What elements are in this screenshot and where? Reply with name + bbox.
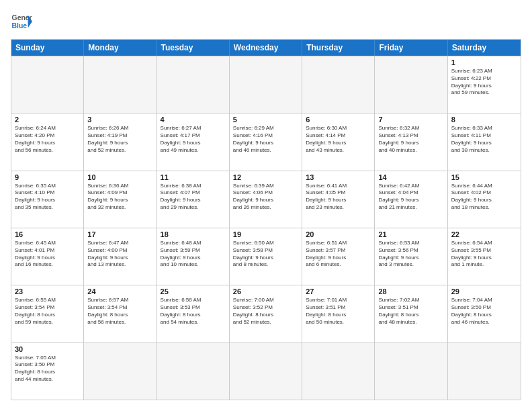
day-number: 25: [161, 287, 226, 295]
calendar-cell-r2-c0: 9Sunrise: 6:35 AM Sunset: 4:10 PM Daylig…: [11, 171, 84, 228]
day-info: Sunrise: 7:02 AM Sunset: 3:51 PM Dayligh…: [378, 297, 443, 326]
calendar-cell-r3-c6: 22Sunrise: 6:54 AM Sunset: 3:55 PM Dayli…: [448, 228, 521, 285]
header: General Blue: [11, 11, 521, 32]
calendar-cell-r1-c5: 7Sunrise: 6:32 AM Sunset: 4:13 PM Daylig…: [375, 113, 447, 170]
day-number: 26: [233, 287, 298, 295]
day-info: Sunrise: 6:47 AM Sunset: 4:00 PM Dayligh…: [87, 240, 152, 269]
calendar-cell-r1-c3: 5Sunrise: 6:29 AM Sunset: 4:16 PM Daylig…: [230, 113, 302, 170]
calendar: SundayMondayTuesdayWednesdayThursdayFrid…: [11, 39, 521, 400]
day-info: Sunrise: 6:29 AM Sunset: 4:16 PM Dayligh…: [233, 125, 298, 154]
day-info: Sunrise: 6:50 AM Sunset: 3:58 PM Dayligh…: [233, 240, 298, 269]
day-number: 17: [87, 230, 152, 238]
calendar-row-3: 16Sunrise: 6:45 AM Sunset: 4:01 PM Dayli…: [11, 228, 521, 285]
calendar-row-1: 2Sunrise: 6:24 AM Sunset: 4:20 PM Daylig…: [11, 113, 521, 170]
day-info: Sunrise: 7:05 AM Sunset: 3:50 PM Dayligh…: [15, 355, 80, 383]
day-number: 24: [87, 287, 152, 295]
day-info: Sunrise: 6:42 AM Sunset: 4:04 PM Dayligh…: [378, 183, 443, 212]
calendar-cell-r0-c6: 1Sunrise: 6:23 AM Sunset: 4:22 PM Daylig…: [448, 56, 521, 113]
day-info: Sunrise: 6:55 AM Sunset: 3:54 PM Dayligh…: [15, 297, 80, 326]
calendar-cell-r3-c4: 20Sunrise: 6:51 AM Sunset: 3:57 PM Dayli…: [302, 228, 375, 285]
calendar-cell-r2-c6: 15Sunrise: 6:44 AM Sunset: 4:02 PM Dayli…: [448, 171, 521, 228]
day-number: 18: [161, 230, 226, 238]
day-info: Sunrise: 6:39 AM Sunset: 4:06 PM Dayligh…: [233, 183, 298, 212]
day-number: 12: [233, 173, 298, 181]
calendar-cell-r2-c5: 14Sunrise: 6:42 AM Sunset: 4:04 PM Dayli…: [375, 171, 447, 228]
calendar-row-2: 9Sunrise: 6:35 AM Sunset: 4:10 PM Daylig…: [11, 171, 521, 228]
weekday-header-monday: Monday: [84, 40, 157, 56]
day-info: Sunrise: 6:57 AM Sunset: 3:54 PM Dayligh…: [87, 297, 152, 326]
day-info: Sunrise: 6:30 AM Sunset: 4:14 PM Dayligh…: [306, 125, 371, 154]
day-number: 23: [15, 287, 80, 295]
day-number: 2: [15, 116, 80, 124]
day-info: Sunrise: 6:32 AM Sunset: 4:13 PM Dayligh…: [378, 125, 443, 154]
day-info: Sunrise: 6:58 AM Sunset: 3:53 PM Dayligh…: [161, 297, 226, 326]
weekday-header-thursday: Thursday: [302, 40, 375, 56]
day-number: 22: [451, 230, 517, 238]
day-number: 8: [451, 116, 517, 124]
day-info: Sunrise: 6:54 AM Sunset: 3:55 PM Dayligh…: [451, 240, 517, 269]
calendar-cell-r0-c4: [302, 56, 375, 113]
calendar-cell-r2-c2: 11Sunrise: 6:38 AM Sunset: 4:07 PM Dayli…: [157, 171, 230, 228]
calendar-cell-r5-c2: [157, 343, 230, 400]
day-number: 30: [15, 345, 80, 353]
calendar-cell-r3-c3: 19Sunrise: 6:50 AM Sunset: 3:58 PM Dayli…: [230, 228, 302, 285]
weekday-header-sunday: Sunday: [11, 40, 84, 56]
svg-text:Blue: Blue: [12, 22, 28, 30]
day-info: Sunrise: 6:23 AM Sunset: 4:22 PM Dayligh…: [451, 68, 517, 97]
calendar-cell-r5-c0: 30Sunrise: 7:05 AM Sunset: 3:50 PM Dayli…: [11, 343, 84, 400]
day-number: 15: [451, 173, 517, 181]
day-number: 28: [378, 287, 443, 295]
weekday-header-friday: Friday: [375, 40, 447, 56]
calendar-cell-r4-c6: 29Sunrise: 7:04 AM Sunset: 3:50 PM Dayli…: [448, 285, 521, 342]
day-number: 14: [378, 173, 443, 181]
day-number: 4: [161, 116, 226, 124]
calendar-cell-r3-c5: 21Sunrise: 6:53 AM Sunset: 3:56 PM Dayli…: [375, 228, 447, 285]
page: General Blue SundayMondayTuesdayWednesda…: [0, 0, 532, 411]
calendar-cell-r4-c5: 28Sunrise: 7:02 AM Sunset: 3:51 PM Dayli…: [375, 285, 447, 342]
day-info: Sunrise: 6:38 AM Sunset: 4:07 PM Dayligh…: [161, 183, 226, 212]
day-info: Sunrise: 6:35 AM Sunset: 4:10 PM Dayligh…: [15, 183, 80, 212]
day-number: 7: [378, 116, 443, 124]
day-info: Sunrise: 6:24 AM Sunset: 4:20 PM Dayligh…: [15, 125, 80, 154]
calendar-cell-r1-c2: 4Sunrise: 6:27 AM Sunset: 4:17 PM Daylig…: [157, 113, 230, 170]
day-number: 13: [306, 173, 371, 181]
calendar-cell-r5-c6: [448, 343, 521, 400]
day-info: Sunrise: 7:04 AM Sunset: 3:50 PM Dayligh…: [451, 297, 517, 326]
logo: General Blue: [11, 11, 32, 32]
day-number: 9: [15, 173, 80, 181]
calendar-body: 1Sunrise: 6:23 AM Sunset: 4:22 PM Daylig…: [11, 56, 521, 400]
day-info: Sunrise: 6:36 AM Sunset: 4:09 PM Dayligh…: [87, 183, 152, 212]
calendar-cell-r3-c0: 16Sunrise: 6:45 AM Sunset: 4:01 PM Dayli…: [11, 228, 84, 285]
day-number: 5: [233, 116, 298, 124]
calendar-cell-r5-c5: [375, 343, 447, 400]
logo-icon: General Blue: [11, 11, 32, 32]
calendar-cell-r0-c3: [230, 56, 302, 113]
day-info: Sunrise: 6:51 AM Sunset: 3:57 PM Dayligh…: [306, 240, 371, 269]
day-number: 3: [87, 116, 152, 124]
calendar-cell-r3-c2: 18Sunrise: 6:48 AM Sunset: 3:59 PM Dayli…: [157, 228, 230, 285]
calendar-cell-r5-c3: [230, 343, 302, 400]
day-number: 27: [306, 287, 371, 295]
calendar-cell-r1-c6: 8Sunrise: 6:33 AM Sunset: 4:11 PM Daylig…: [448, 113, 521, 170]
day-number: 10: [87, 173, 152, 181]
calendar-cell-r3-c1: 17Sunrise: 6:47 AM Sunset: 4:00 PM Dayli…: [84, 228, 157, 285]
calendar-cell-r0-c1: [84, 56, 157, 113]
day-info: Sunrise: 6:44 AM Sunset: 4:02 PM Dayligh…: [451, 183, 517, 212]
calendar-header-row: SundayMondayTuesdayWednesdayThursdayFrid…: [11, 40, 521, 56]
calendar-row-4: 23Sunrise: 6:55 AM Sunset: 3:54 PM Dayli…: [11, 285, 521, 342]
day-number: 21: [378, 230, 443, 238]
calendar-cell-r1-c0: 2Sunrise: 6:24 AM Sunset: 4:20 PM Daylig…: [11, 113, 84, 170]
day-info: Sunrise: 7:00 AM Sunset: 3:52 PM Dayligh…: [233, 297, 298, 326]
calendar-cell-r2-c1: 10Sunrise: 6:36 AM Sunset: 4:09 PM Dayli…: [84, 171, 157, 228]
day-info: Sunrise: 6:53 AM Sunset: 3:56 PM Dayligh…: [378, 240, 443, 269]
calendar-cell-r5-c4: [302, 343, 375, 400]
calendar-cell-r4-c1: 24Sunrise: 6:57 AM Sunset: 3:54 PM Dayli…: [84, 285, 157, 342]
day-number: 29: [451, 287, 517, 295]
calendar-cell-r2-c4: 13Sunrise: 6:41 AM Sunset: 4:05 PM Dayli…: [302, 171, 375, 228]
day-number: 1: [451, 58, 517, 66]
weekday-header-wednesday: Wednesday: [230, 40, 302, 56]
calendar-cell-r1-c4: 6Sunrise: 6:30 AM Sunset: 4:14 PM Daylig…: [302, 113, 375, 170]
calendar-cell-r0-c2: [157, 56, 230, 113]
calendar-cell-r1-c1: 3Sunrise: 6:26 AM Sunset: 4:19 PM Daylig…: [84, 113, 157, 170]
day-info: Sunrise: 6:45 AM Sunset: 4:01 PM Dayligh…: [15, 240, 80, 269]
